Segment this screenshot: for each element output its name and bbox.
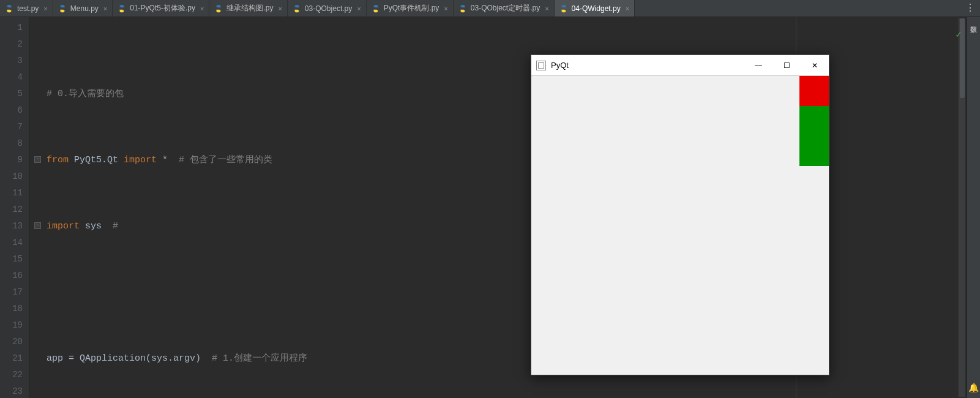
python-icon: [458, 4, 467, 13]
tabbar-spacer: [635, 0, 960, 17]
pyqt-client-area: [531, 76, 829, 375]
python-icon: [118, 4, 126, 13]
tab-inherit[interactable]: 继承结构图.py ×: [209, 0, 287, 17]
tab-menu[interactable]: Menu.py ×: [53, 0, 113, 17]
tab-01-pyqt5[interactable]: 01-PyQt5-初体验.py ×: [113, 0, 209, 17]
line-number: 1: [2, 20, 23, 36]
notifications-icon[interactable]: 🔔: [968, 383, 979, 393]
close-icon[interactable]: ×: [43, 5, 47, 12]
code-token: [168, 155, 179, 165]
tab-test[interactable]: test.py ×: [0, 0, 53, 17]
close-icon[interactable]: ×: [626, 5, 629, 12]
close-icon[interactable]: ×: [200, 5, 204, 12]
line-number: 16: [2, 268, 23, 284]
pyqt-titlebar[interactable]: PyQt — ☐ ✕: [531, 55, 829, 76]
pyqt-app-icon: [536, 61, 546, 70]
tab-label: Menu.py: [70, 4, 99, 13]
python-icon: [214, 4, 223, 13]
code-token: [102, 221, 113, 231]
code-token: PyQt5.Qt: [74, 155, 124, 165]
code-token: *: [162, 155, 168, 165]
line-number: 9: [2, 152, 23, 168]
tab-label: 继承结构图.py: [226, 3, 273, 13]
line-number: 5: [2, 86, 23, 102]
line-gutter: 1 2 3 4 5 6 7 8 9 10 11 12 13 14 15 16 1…: [0, 17, 29, 398]
code-token: [201, 353, 212, 364]
line-number: 2: [2, 36, 23, 53]
code-token: (sys.argv): [146, 353, 201, 364]
line-number: 14: [2, 235, 23, 251]
pyqt-window-title: PyQt: [551, 61, 744, 70]
tab-label: 01-PyQt5-初体验.py: [130, 3, 195, 13]
code-token: from: [47, 155, 74, 165]
line-number: 7: [2, 119, 23, 135]
tab-pyqt-event[interactable]: PyQt事件机制.py ×: [367, 0, 454, 17]
tab-label: test.py: [17, 4, 39, 13]
python-icon: [293, 4, 301, 13]
line-number: 22: [2, 367, 23, 383]
close-button[interactable]: ✕: [801, 56, 829, 75]
red-widget: [799, 76, 829, 106]
maximize-button[interactable]: ☐: [772, 56, 801, 75]
line-number: 11: [2, 185, 23, 201]
code-token: #: [113, 221, 118, 231]
fold-icon[interactable]: -: [34, 222, 41, 229]
python-icon: [559, 4, 568, 13]
line-number: 19: [2, 317, 23, 334]
fold-icon[interactable]: -: [34, 156, 41, 163]
tab-label: PyQt事件机制.py: [384, 3, 440, 13]
tab-label: 04-QWidget.py: [572, 4, 621, 13]
code-token: app =: [47, 353, 80, 364]
line-number: 17: [2, 284, 23, 301]
code-token: QApplication: [80, 353, 146, 364]
tab-03-qobject-timer[interactable]: 03-QObject定时器.py ×: [454, 0, 555, 17]
more-icon[interactable]: ⋮: [965, 4, 975, 13]
green-widget: [799, 106, 829, 166]
code-token: import: [124, 155, 162, 165]
line-number: 4: [2, 69, 23, 86]
tab-04-qwidget[interactable]: 04-QWidget.py ×: [555, 0, 635, 17]
code-token: # 包含了一些常用的类: [179, 155, 272, 165]
close-icon[interactable]: ×: [357, 5, 361, 12]
line-number: 23: [2, 383, 23, 398]
line-number: 15: [2, 251, 23, 268]
tab-label: 03-QObject.py: [305, 4, 352, 13]
database-tool-button[interactable]: 数据: [969, 17, 978, 24]
line-number: 20: [2, 334, 23, 350]
code-token: # 1.创建一个应用程序: [212, 353, 307, 364]
close-icon[interactable]: ×: [545, 5, 548, 12]
line-number: 8: [2, 135, 23, 152]
code-token: import: [47, 221, 85, 231]
code-token: # 0.导入需要的包: [47, 89, 124, 99]
python-icon: [5, 4, 13, 13]
tab-03-qobject[interactable]: 03-QObject.py ×: [288, 0, 367, 17]
tab-label: 03-QObject定时器.py: [471, 3, 540, 13]
line-number: 21: [2, 350, 23, 367]
code-token: sys: [85, 221, 102, 231]
close-icon[interactable]: ×: [103, 5, 107, 12]
close-icon[interactable]: ×: [278, 5, 282, 12]
right-toolwindow-bar: 数据 🔔: [967, 17, 980, 398]
line-number: 3: [2, 53, 23, 69]
minimize-button[interactable]: —: [744, 56, 772, 75]
python-icon: [372, 4, 380, 13]
line-number: 12: [2, 201, 23, 218]
python-icon: [58, 4, 67, 13]
line-number: 13: [2, 218, 23, 235]
pyqt-output-window[interactable]: PyQt — ☐ ✕: [531, 54, 829, 375]
close-icon[interactable]: ×: [444, 5, 447, 12]
line-number: 10: [2, 168, 23, 185]
editor-tabbar: test.py × Menu.py × 01-PyQt5-初体验.py × 继承…: [0, 0, 980, 17]
line-number: 6: [2, 102, 23, 119]
line-number: 18: [2, 301, 23, 317]
